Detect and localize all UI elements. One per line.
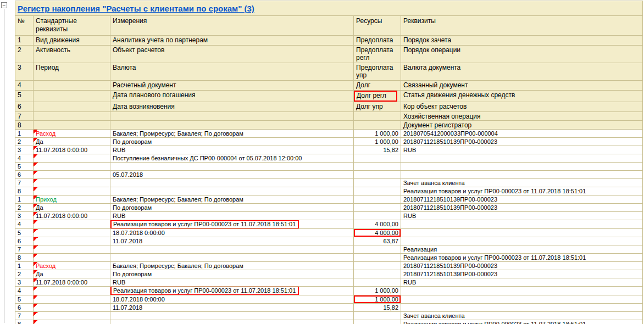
column-header-std[interactable]: Стандартные реквизиты (34, 16, 110, 36)
cell-b1r8-attr[interactable]: Реализация товаров и услуг ПР00-000023 о… (401, 187, 643, 195)
header-cell-r7-attr[interactable]: Хозяйственная операция (401, 112, 643, 121)
cell-b3r4-res[interactable]: 1 000,00 (354, 287, 401, 295)
header-cell-r4-res[interactable]: Долг (354, 81, 401, 91)
header-cell-r7-num[interactable]: 7 (15, 112, 34, 121)
column-header-num[interactable]: № (15, 16, 34, 36)
report-title-link[interactable]: Регистр накопления "Расчеты с клиентами … (18, 4, 254, 13)
header-cell-r2-dim[interactable]: Объект расчетов (110, 46, 354, 63)
header-cell-r4-num[interactable]: 4 (15, 81, 34, 91)
cell-b1r5-std[interactable] (34, 163, 110, 171)
cell-b1r2-res[interactable]: 1 000,00 (354, 138, 401, 146)
cell-b2r7-dim[interactable] (110, 245, 354, 254)
header-cell-r7-dim[interactable] (110, 112, 354, 121)
header-cell-r4-std[interactable] (34, 81, 110, 91)
cell-b2r4-std[interactable] (34, 220, 110, 229)
header-cell-r1-attr[interactable]: Порядок зачета (401, 36, 643, 46)
header-cell-r7-std[interactable] (34, 112, 110, 121)
cell-b2r8-dim[interactable] (110, 254, 354, 262)
cell-b2r6-dim[interactable]: 11.07.2018 (110, 237, 354, 245)
cell-b2r2-attr[interactable]: 20180711218510139ПР00-000023 (401, 204, 643, 212)
cell-b2r1-std[interactable]: Приход (34, 195, 110, 204)
cell-b2r4-attr[interactable] (401, 220, 643, 229)
cell-b1r1-attr[interactable]: 20180705412000033ПР00-000004 (401, 130, 643, 138)
cell-b3r8-res[interactable] (354, 320, 401, 324)
cell-b1r4-res[interactable] (354, 154, 401, 163)
cell-b1r3-attr[interactable]: RUB (401, 146, 643, 154)
cell-b1r8-res[interactable] (354, 187, 401, 195)
cell-b2r4-dim[interactable]: Реализация товаров и услуг ПР00-000023 о… (110, 220, 354, 229)
header-cell-r8-std[interactable] (34, 121, 110, 130)
cell-b2r2-res[interactable] (354, 204, 401, 212)
cell-b1r2-attr[interactable]: 20180711218510139ПР00-000023 (401, 138, 643, 146)
cell-b2r6-res[interactable]: 63,87 (354, 237, 401, 245)
cell-b3r1-num[interactable]: 1 (15, 262, 34, 270)
cell-b3r8-std[interactable] (34, 320, 110, 324)
cell-b3r8-num[interactable]: 8 (15, 320, 34, 324)
header-cell-r6-dim[interactable]: Дата возникновения (110, 102, 354, 112)
cell-b1r7-attr[interactable]: Зачет аванса клиента (401, 179, 643, 187)
cell-b2r3-res[interactable] (354, 212, 401, 220)
header-cell-r1-res[interactable]: Предоплата (354, 36, 401, 46)
cell-b1r1-res[interactable]: 1 000,00 (354, 130, 401, 138)
cell-b3r8-attr[interactable]: Реализация товаров и услуг ПР00-000023 о… (401, 320, 643, 324)
cell-b2r5-std[interactable] (34, 229, 110, 237)
cell-b2r2-dim[interactable]: По договорам (110, 204, 354, 212)
cell-b2r1-res[interactable] (354, 195, 401, 204)
header-cell-r3-res[interactable]: Предоплата упр (354, 63, 401, 81)
header-cell-r6-attr[interactable]: Кор объект расчетов (401, 102, 643, 112)
cell-b1r3-res[interactable]: 15,82 (354, 146, 401, 154)
cell-b3r3-std[interactable]: 11.07.2018 0:00:00 (34, 278, 110, 287)
cell-b2r7-attr[interactable]: Реализация (401, 245, 643, 254)
cell-b3r8-dim[interactable] (110, 320, 354, 324)
cell-b1r4-dim[interactable]: Поступление безналичных ДС ПР00-000004 о… (110, 154, 354, 163)
cell-b1r4-attr[interactable] (401, 154, 643, 163)
cell-b1r3-num[interactable]: 3 (15, 146, 34, 154)
header-cell-r5-std[interactable] (34, 91, 110, 102)
cell-b3r6-dim[interactable]: 11.07.2018 (110, 304, 354, 312)
cell-b2r6-attr[interactable] (401, 237, 643, 245)
cell-b1r1-std[interactable]: Расход (34, 130, 110, 138)
cell-b2r3-dim[interactable]: RUB (110, 212, 354, 220)
header-cell-r1-std[interactable]: Вид движения (34, 36, 110, 46)
header-cell-r5-attr[interactable]: Статья движения денежных средств (401, 91, 643, 102)
cell-b3r4-dim[interactable]: Реализация товаров и услуг ПР00-000023 о… (110, 287, 354, 295)
cell-b3r7-std[interactable] (34, 312, 110, 320)
header-cell-r3-num[interactable]: 3 (15, 63, 34, 81)
cell-b1r5-attr[interactable] (401, 163, 643, 171)
header-cell-r6-res[interactable]: Долг упр (354, 102, 401, 112)
header-cell-r6-std[interactable] (34, 102, 110, 112)
cell-b3r7-num[interactable]: 7 (15, 312, 34, 320)
cell-b1r8-num[interactable]: 8 (15, 187, 34, 195)
header-cell-r8-attr[interactable]: Документ регистратор (401, 121, 643, 130)
cell-b1r3-dim[interactable]: RUB (110, 146, 354, 154)
header-cell-r8-res[interactable] (354, 121, 401, 130)
cell-b1r3-std[interactable]: 11.07.2018 0:00:00 (34, 146, 110, 154)
cell-b2r1-dim[interactable]: Бакалея; Промресурс; Бакалея; По договор… (110, 195, 354, 204)
cell-b2r7-res[interactable] (354, 245, 401, 254)
cell-b2r7-std[interactable] (34, 245, 110, 254)
cell-b2r5-num[interactable]: 5 (15, 229, 34, 237)
header-cell-r2-std[interactable]: Активность (34, 46, 110, 63)
header-cell-r3-std[interactable]: Период (34, 63, 110, 81)
cell-b1r2-num[interactable]: 2 (15, 138, 34, 146)
cell-b2r5-dim[interactable]: 18.07.2018 0:00:00 (110, 229, 354, 237)
header-cell-r4-dim[interactable]: Расчетный документ (110, 81, 354, 91)
header-cell-r5-num[interactable]: 5 (15, 91, 34, 102)
cell-b2r5-res[interactable]: 4 000,00 (354, 229, 401, 237)
header-cell-r8-num[interactable]: 8 (15, 121, 34, 130)
column-header-attr[interactable]: Реквизиты (401, 16, 643, 36)
cell-b3r3-num[interactable]: 3 (15, 278, 34, 287)
cell-b3r6-res[interactable]: 15,82 (354, 304, 401, 312)
cell-b3r1-std[interactable]: Расход (34, 262, 110, 270)
cell-b3r3-dim[interactable]: RUB (110, 278, 354, 287)
cell-b3r1-res[interactable] (354, 262, 401, 270)
cell-b1r2-std[interactable]: Да (34, 138, 110, 146)
cell-b2r3-attr[interactable]: RUB (401, 212, 643, 220)
header-cell-r2-num[interactable]: 2 (15, 46, 34, 63)
cell-b2r2-std[interactable]: Да (34, 204, 110, 212)
cell-b1r6-std[interactable] (34, 171, 110, 179)
cell-b3r6-num[interactable]: 6 (15, 304, 34, 312)
cell-b1r7-std[interactable] (34, 179, 110, 187)
cell-b1r6-res[interactable] (354, 171, 401, 179)
cell-b2r3-std[interactable]: 11.07.2018 0:00:00 (34, 212, 110, 220)
